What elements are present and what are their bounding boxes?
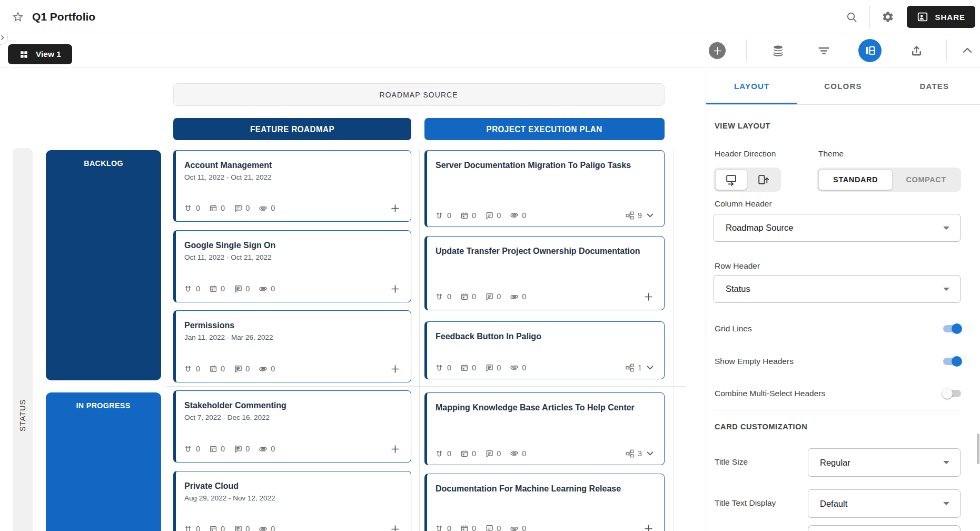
card-title: Permissions (184, 319, 401, 331)
layout-settings-button-active[interactable] (858, 39, 882, 62)
add-button[interactable] (389, 362, 401, 375)
card-title: Stakeholder Commenting (184, 399, 401, 411)
attachment-count: 0 (271, 204, 275, 212)
favorite-star-icon[interactable] (12, 11, 24, 23)
dependency-icon (435, 292, 444, 301)
dependency-counter: 0 (184, 445, 200, 453)
theme-standard-button[interactable]: STANDARD (818, 169, 893, 190)
column-header-feature-roadmap[interactable]: FEATURE ROADMAP (173, 118, 411, 140)
children-group[interactable]: 3 (626, 449, 655, 458)
show-empty-headers-toggle[interactable] (942, 356, 962, 367)
add-button[interactable] (389, 442, 401, 455)
filter-button[interactable] (817, 34, 830, 67)
share-button[interactable]: SHARE (907, 6, 975, 28)
roadmap-card[interactable]: Server Documentation Migration To Paligo… (424, 150, 665, 227)
roadmap-card[interactable]: Private Cloud Aug 29, 2022 - Nov 12, 202… (173, 471, 411, 531)
add-button[interactable] (389, 202, 401, 214)
schedule-counter: 0 (209, 365, 225, 373)
schedule-counter: 0 (209, 525, 225, 531)
schedule-counter: 0 (209, 204, 225, 212)
settings-gear-icon[interactable] (882, 11, 894, 23)
tab-dates[interactable]: DATES (889, 67, 980, 104)
search-icon[interactable] (846, 11, 858, 23)
dependency-counter: 0 (435, 211, 451, 220)
direction-horizontal-button[interactable] (715, 169, 747, 190)
roadmap-card[interactable]: Feedback Button In Paligo 0 0 0 0 1 (424, 321, 665, 379)
dependency-count: 0 (447, 363, 451, 372)
add-view-button[interactable] (709, 34, 726, 67)
card-dates: Aug 29, 2022 - Nov 12, 2022 (184, 494, 401, 502)
dependency-icon (435, 449, 444, 458)
column-header-project-execution-plan[interactable]: PROJECT EXECUTION PLAN (424, 118, 665, 140)
direction-horizontal-icon (725, 173, 738, 186)
data-source-button[interactable] (771, 34, 785, 67)
title-size-dropdown[interactable]: Regular (808, 448, 961, 477)
title-text-display-dropdown[interactable]: Default (808, 489, 961, 518)
attachment-counter: 0 (259, 525, 275, 531)
attachment-icon (259, 365, 268, 373)
children-group[interactable]: 9 (626, 211, 655, 220)
dependency-icon (435, 524, 444, 531)
schedule-count: 0 (472, 363, 476, 372)
comment-count: 0 (245, 204, 250, 212)
column-header-dropdown[interactable]: Roadmap Source (714, 214, 961, 242)
card-footer: 0 0 0 0 (184, 523, 401, 531)
panel-scrollbar[interactable] (977, 434, 979, 464)
chevron-down-icon (646, 363, 655, 372)
add-button[interactable] (389, 523, 401, 531)
dependency-count: 0 (196, 204, 200, 212)
dependency-counter: 0 (184, 365, 200, 373)
roadmap-card[interactable]: Google Single Sign On Oct 11, 2022 - Oct… (173, 230, 411, 302)
comment-count: 0 (245, 284, 250, 293)
add-button[interactable] (642, 522, 655, 531)
row-header-backlog[interactable]: BACKLOG (46, 150, 161, 380)
direction-vertical-icon (756, 173, 769, 186)
tab-colors[interactable]: COLORS (797, 67, 888, 104)
export-button[interactable] (910, 34, 923, 67)
card-footer: 0 0 0 0 9 (435, 211, 655, 220)
comment-icon (485, 292, 493, 301)
collapse-toolbar-button[interactable] (961, 34, 974, 67)
comment-counter: 0 (485, 449, 501, 458)
attachment-counter: 0 (259, 365, 275, 373)
card-title: Private Cloud (184, 480, 401, 492)
row-header-dropdown[interactable]: Status (714, 275, 961, 303)
comment-icon (234, 365, 242, 373)
combine-multiselect-toggle[interactable] (942, 388, 962, 399)
panel-tabs: LAYOUT COLORS DATES (706, 67, 980, 105)
header-divider (869, 5, 870, 28)
grid-lines-toggle[interactable] (942, 323, 962, 334)
theme-compact-button[interactable]: COMPACT (893, 169, 959, 190)
attachment-counter: 0 (259, 284, 275, 293)
roadmap-card[interactable]: Update Transfer Project Ownership Docume… (424, 236, 665, 310)
title-size-label: Title Size (715, 457, 748, 467)
chevron-right-icon (0, 34, 6, 41)
roadmap-card[interactable]: Permissions Jan 11, 2022 - Mar 26, 2022 … (173, 310, 411, 382)
theme-label: Theme (818, 149, 844, 159)
add-button[interactable] (389, 282, 401, 295)
view-selector-button[interactable]: View 1 (8, 44, 72, 64)
add-button[interactable] (642, 290, 655, 303)
roadmap-card[interactable]: Stakeholder Commenting Oct 7, 2022 - Dec… (173, 390, 411, 463)
direction-vertical-button[interactable] (747, 169, 778, 190)
toolbar-divider-2 (946, 40, 947, 62)
card-dates: Jan 11, 2022 - Mar 26, 2022 (184, 333, 401, 341)
dependency-icon (435, 363, 444, 372)
comment-counter: 0 (485, 292, 501, 301)
attachment-counter: 0 (510, 211, 526, 220)
roadmap-card[interactable]: Account Management Oct 11, 2022 - Oct 21… (173, 150, 411, 222)
attachment-count: 0 (522, 363, 526, 372)
children-count: 3 (638, 449, 642, 458)
tab-layout[interactable]: LAYOUT (706, 67, 797, 104)
roadmap-card[interactable]: Mapping Knowledge Base Articles To Help … (424, 392, 665, 465)
children-group[interactable]: 1 (626, 363, 655, 372)
column-group-header[interactable]: ROADMAP SOURCE (173, 83, 665, 106)
column-group-label: ROADMAP SOURCE (380, 90, 458, 99)
card-footer: 0 0 0 0 1 (435, 363, 655, 372)
card-title: Update Transfer Project Ownership Docume… (435, 245, 655, 257)
row-header-in-progress[interactable]: IN PROGRESS (46, 392, 161, 531)
attachment-counter: 0 (259, 204, 275, 213)
dependency-icon (184, 365, 193, 373)
roadmap-card[interactable]: Documentation For Machine Learning Relea… (424, 474, 665, 531)
dependency-counter: 0 (184, 284, 200, 293)
